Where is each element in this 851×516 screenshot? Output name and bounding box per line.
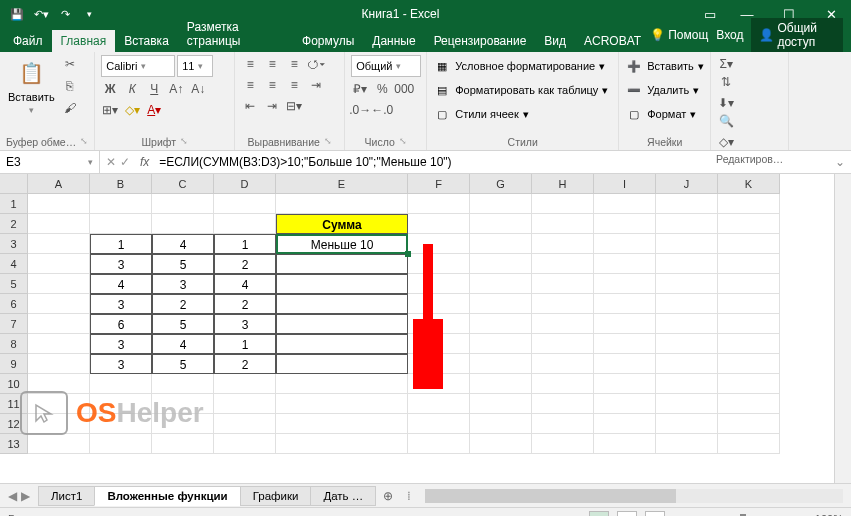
sheet-tab[interactable]: Лист1 <box>38 486 95 506</box>
cell-I1[interactable] <box>594 194 656 214</box>
cell-B8[interactable]: 3 <box>90 334 152 354</box>
cell-B4[interactable]: 3 <box>90 254 152 274</box>
cell-K1[interactable] <box>718 194 780 214</box>
cell-I5[interactable] <box>594 274 656 294</box>
page-break-view-button[interactable] <box>645 511 665 517</box>
cell-H5[interactable] <box>532 274 594 294</box>
cell-B6[interactable]: 3 <box>90 294 152 314</box>
cell-E12[interactable] <box>276 414 408 434</box>
undo-icon[interactable]: ↶▾ <box>32 5 50 23</box>
sheet-nav-prev-icon[interactable]: ◀ <box>8 489 17 503</box>
sheet-tab[interactable]: Вложенные функции <box>94 486 240 506</box>
cell-C7[interactable]: 5 <box>152 314 214 334</box>
tab-pagelayout[interactable]: Разметка страницы <box>178 16 293 52</box>
tab-data[interactable]: Данные <box>363 30 424 52</box>
cell-I4[interactable] <box>594 254 656 274</box>
cell-G8[interactable] <box>470 334 532 354</box>
fill-color-button[interactable]: ◇▾ <box>123 101 141 119</box>
align-top-icon[interactable]: ≡ <box>241 55 259 73</box>
cell-I2[interactable] <box>594 214 656 234</box>
cell-G12[interactable] <box>470 414 532 434</box>
cell-A2[interactable] <box>28 214 90 234</box>
cancel-formula-icon[interactable]: ✕ <box>106 155 116 169</box>
column-header[interactable]: F <box>408 174 470 194</box>
cell-D13[interactable] <box>214 434 276 454</box>
cell-H6[interactable] <box>532 294 594 314</box>
cell-G7[interactable] <box>470 314 532 334</box>
cell-J1[interactable] <box>656 194 718 214</box>
cell-K6[interactable] <box>718 294 780 314</box>
column-header[interactable]: I <box>594 174 656 194</box>
add-sheet-button[interactable]: ⊕ <box>375 489 401 503</box>
vertical-scrollbar[interactable] <box>834 174 851 483</box>
cell-K9[interactable] <box>718 354 780 374</box>
decrease-font-button[interactable]: A↓ <box>189 80 207 98</box>
cell-K5[interactable] <box>718 274 780 294</box>
row-header[interactable]: 1 <box>0 194 28 214</box>
cell-J3[interactable] <box>656 234 718 254</box>
cell-H10[interactable] <box>532 374 594 394</box>
cell-I13[interactable] <box>594 434 656 454</box>
cell-H11[interactable] <box>532 394 594 414</box>
clear-icon[interactable]: ◇▾ <box>717 133 735 151</box>
cell-D5[interactable]: 4 <box>214 274 276 294</box>
cell-B3[interactable]: 1 <box>90 234 152 254</box>
share-button[interactable]: 👤 Общий доступ <box>751 18 843 52</box>
cell-E8[interactable] <box>276 334 408 354</box>
cell-C6[interactable]: 2 <box>152 294 214 314</box>
cell-K10[interactable] <box>718 374 780 394</box>
format-as-table-button[interactable]: ▤Форматировать как таблицу ▾ <box>433 79 608 101</box>
tab-home[interactable]: Главная <box>52 30 116 52</box>
cell-K4[interactable] <box>718 254 780 274</box>
increase-font-button[interactable]: A↑ <box>167 80 185 98</box>
cell-B1[interactable] <box>90 194 152 214</box>
cell-I6[interactable] <box>594 294 656 314</box>
cell-C4[interactable]: 5 <box>152 254 214 274</box>
cell-I12[interactable] <box>594 414 656 434</box>
percent-icon[interactable]: % <box>373 80 391 98</box>
cell-C9[interactable]: 5 <box>152 354 214 374</box>
cell-A8[interactable] <box>28 334 90 354</box>
qat-customize-icon[interactable]: ▾ <box>80 5 98 23</box>
increase-decimal-icon[interactable]: .0→ <box>351 101 369 119</box>
tab-acrobat[interactable]: ACROBAT <box>575 30 650 52</box>
column-header[interactable]: E <box>276 174 408 194</box>
login-button[interactable]: Вход <box>716 28 743 42</box>
cell-F13[interactable] <box>408 434 470 454</box>
cell-K7[interactable] <box>718 314 780 334</box>
bold-button[interactable]: Ж <box>101 80 119 98</box>
cell-I8[interactable] <box>594 334 656 354</box>
wrap-text-icon[interactable]: ⇥ <box>307 76 325 94</box>
cell-G5[interactable] <box>470 274 532 294</box>
font-launcher-icon[interactable]: ⤡ <box>180 136 188 148</box>
column-header[interactable]: B <box>90 174 152 194</box>
cell-G2[interactable] <box>470 214 532 234</box>
sheet-tab[interactable]: Графики <box>240 486 312 506</box>
cell-F12[interactable] <box>408 414 470 434</box>
cell-H1[interactable] <box>532 194 594 214</box>
cell-H4[interactable] <box>532 254 594 274</box>
cell-D10[interactable] <box>214 374 276 394</box>
cell-J11[interactable] <box>656 394 718 414</box>
cell-E11[interactable] <box>276 394 408 414</box>
decrease-decimal-icon[interactable]: ←.0 <box>373 101 391 119</box>
cell-J2[interactable] <box>656 214 718 234</box>
cell-I3[interactable] <box>594 234 656 254</box>
cell-J13[interactable] <box>656 434 718 454</box>
cut-icon[interactable]: ✂ <box>61 55 79 73</box>
align-middle-icon[interactable]: ≡ <box>263 55 281 73</box>
insert-cells-button[interactable]: ➕Вставить ▾ <box>625 55 704 77</box>
cell-A9[interactable] <box>28 354 90 374</box>
merge-icon[interactable]: ⊟▾ <box>285 97 303 115</box>
horizontal-scrollbar[interactable] <box>425 489 843 503</box>
row-header[interactable]: 7 <box>0 314 28 334</box>
cell-K13[interactable] <box>718 434 780 454</box>
cell-D4[interactable]: 2 <box>214 254 276 274</box>
cell-D9[interactable]: 2 <box>214 354 276 374</box>
align-right-icon[interactable]: ≡ <box>285 76 303 94</box>
help-button[interactable]: 💡 Помощ <box>650 28 708 42</box>
cell-H8[interactable] <box>532 334 594 354</box>
decrease-indent-icon[interactable]: ⇤ <box>241 97 259 115</box>
cell-J6[interactable] <box>656 294 718 314</box>
cell-G10[interactable] <box>470 374 532 394</box>
